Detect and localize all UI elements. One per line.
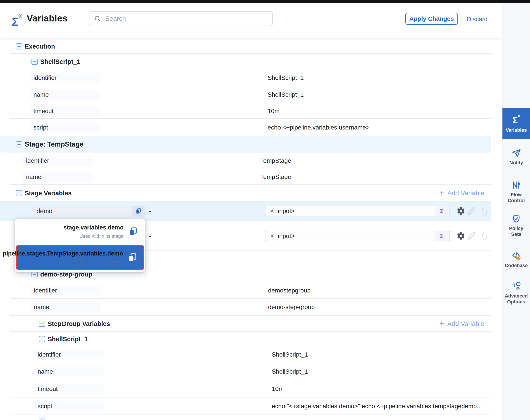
discard-button[interactable]: Discard	[467, 15, 487, 23]
collapse-minus-icon[interactable]: −	[31, 59, 38, 65]
variable-path-option[interactable]: stage.variables.demoUsed within its stag…	[15, 219, 145, 245]
variables-group-header-row: −Stage Variables+Add Variable	[0, 185, 491, 201]
plus-icon: +	[439, 319, 444, 328]
section-label: Stage Variables	[25, 189, 72, 197]
policy-sets-shield-icon	[512, 214, 521, 223]
section-label: Execution	[25, 43, 55, 50]
variable-value: <+input>	[265, 206, 435, 216]
copy-path-button[interactable]	[128, 253, 137, 263]
field-label: name	[34, 367, 104, 376]
field-value: TempStage	[260, 157, 291, 164]
field-row-name: namedemo-step-group	[0, 299, 491, 316]
variable-value-input[interactable]: <+input>Σx	[265, 231, 450, 241]
field-label: identifier	[22, 156, 93, 165]
sidebar-item-flow-control[interactable]: Flow Control	[502, 177, 530, 206]
field-value: TempStage	[260, 173, 291, 180]
add-variable-button[interactable]: +Add Variable	[439, 189, 484, 197]
sidebar-item-advanced-options[interactable]: Advanced Options	[502, 278, 530, 308]
copy-icon	[128, 227, 138, 237]
field-value: ShellScript_1	[268, 91, 304, 98]
expression-sigma-chip[interactable]: Σx	[435, 206, 450, 216]
notify-send-icon	[512, 149, 521, 158]
copy-variable-button[interactable]	[132, 206, 145, 217]
tree-section-row: −Execution	[0, 39, 491, 54]
field-row-identifier: identifierdemostepgroup	[0, 282, 491, 299]
sidebar-item-label: Codebase	[505, 263, 528, 269]
field-row-identifier: identifierShellScript_1	[0, 346, 491, 363]
variable-delete-button[interactable]	[480, 231, 490, 241]
gear-icon	[456, 207, 466, 216]
variable-row: demo -<+input>Σx	[0, 201, 491, 221]
variables-panel-screen: Σx Variables Apply Changes Discard ΣxVar…	[0, 0, 530, 420]
sidebar-item-label: Advanced Options	[505, 293, 528, 305]
variable-edit-button[interactable]	[466, 231, 476, 241]
field-value: ShellScript_1	[272, 351, 308, 358]
variable-name-field[interactable]: demo	[32, 206, 145, 217]
variable-scope-text: Used within its stage	[79, 233, 124, 239]
search-box[interactable]	[89, 11, 273, 26]
field-label: name	[22, 172, 93, 182]
sidebar-item-notify[interactable]: Notify	[502, 145, 530, 169]
field-label: identifier	[30, 286, 101, 295]
section-label: ShellScript_1	[40, 58, 80, 65]
field-label: timeout	[30, 106, 100, 116]
advanced-options-icon	[512, 282, 521, 291]
variable-value-input[interactable]: <+input>Σx	[265, 206, 450, 216]
collapse-minus-icon[interactable]: −	[39, 417, 45, 420]
sigma-x-icon: Σx	[512, 116, 520, 125]
sidebar-item-label: Variables	[506, 127, 527, 133]
collapse-minus-icon[interactable]: −	[39, 321, 45, 327]
section-label: StepGroup Variables	[48, 320, 110, 328]
variables-sigma-icon: Σx	[12, 12, 26, 28]
field-row-name: nameShellScript_1	[0, 86, 491, 103]
window-top-strip	[0, 0, 530, 3]
collapse-minus-icon[interactable]: −	[16, 43, 22, 49]
sidebar-item-codebase[interactable]: Codebase	[502, 248, 530, 272]
add-variable-button[interactable]: +Add Variable	[439, 320, 484, 328]
copy-icon	[128, 253, 137, 263]
field-row-script: scriptecho "<+stage.variables.demo>" ech…	[0, 397, 491, 415]
trash-icon	[481, 207, 489, 215]
collapse-minus-icon[interactable]: −	[39, 336, 45, 342]
field-value: echo <+pipeline.variables.username>	[268, 124, 369, 131]
search-input[interactable]	[105, 15, 268, 22]
field-row-name: nameShellScript_1	[0, 363, 491, 380]
copy-path-button[interactable]	[128, 227, 138, 237]
codebase-code-icon	[512, 251, 521, 260]
section-label: Stage: TempStage	[25, 140, 83, 148]
pencil-icon	[467, 232, 476, 240]
collapse-minus-icon[interactable]: −	[16, 190, 22, 196]
variable-scope-text: Used anywhere within pipeline	[58, 259, 123, 265]
variable-settings-button[interactable]	[456, 231, 466, 241]
field-value: ShellScript_1	[268, 74, 304, 81]
tree-section-row: −ShellScript_1	[0, 54, 491, 69]
field-row-script: scriptecho <+pipeline.variables.username…	[0, 119, 491, 136]
collapse-minus-icon[interactable]: −	[16, 141, 22, 148]
right-icon-rail: ΣxVariables Notify Flow Control Policy S…	[502, 3, 530, 420]
variable-path-option-selected[interactable]: pipeline.stages.TempStage.variables.demo…	[16, 245, 144, 270]
variable-description: -	[149, 232, 151, 240]
sidebar-item-label: Policy Sets	[509, 225, 523, 237]
variable-path-text: stage.variables.demo	[63, 224, 124, 231]
apply-changes-button[interactable]: Apply Changes	[405, 13, 458, 25]
variable-path-popover: stage.variables.demoUsed within its stag…	[15, 219, 145, 272]
field-value: ShellScript_1	[272, 368, 308, 375]
sidebar-item-variables[interactable]: ΣxVariables	[502, 108, 530, 139]
field-row-identifier: identifierTempStage	[0, 152, 491, 169]
sidebar-item-policy-sets[interactable]: Policy Sets	[502, 211, 530, 240]
field-label: name	[30, 90, 100, 100]
sidebar-item-label: Flow Control	[508, 192, 525, 203]
tree-section-row: −ShellScript_1	[0, 332, 491, 346]
variable-edit-button[interactable]	[466, 206, 476, 216]
field-label: script	[30, 123, 100, 132]
variable-settings-button[interactable]	[456, 206, 466, 216]
stage-section-row: −Stage: TempStage	[0, 136, 491, 152]
search-icon	[94, 15, 101, 22]
field-label: name	[30, 302, 101, 312]
panel-header: Σx Variables Apply Changes Discard	[0, 3, 502, 38]
expression-sigma-chip[interactable]: Σx	[435, 231, 450, 241]
variable-delete-button[interactable]	[480, 206, 490, 216]
field-label: timeout	[34, 384, 104, 394]
field-label: script	[34, 401, 104, 411]
field-value: echo "<+stage.variables.demo>" echo <+pi…	[272, 403, 482, 410]
